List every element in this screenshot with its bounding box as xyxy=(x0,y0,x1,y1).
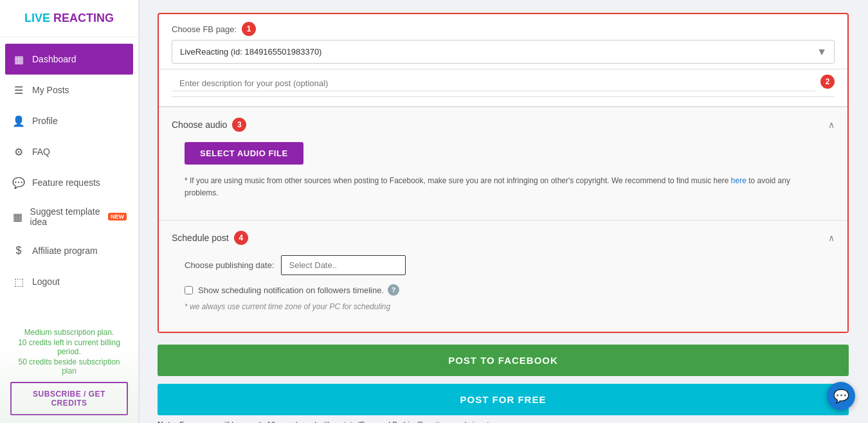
audio-body: SELECT AUDIO FILE * If you are using mus… xyxy=(172,132,835,210)
badge-1: 1 xyxy=(242,22,256,36)
post-to-facebook-button[interactable]: POST TO FACEBOOK xyxy=(158,345,849,376)
free-game-note: Note: Free game will have only 10 rounds… xyxy=(158,420,849,423)
checkbox-label: Show scheduling notification on follower… xyxy=(198,285,384,295)
sidebar-item-label: Logout xyxy=(32,276,60,287)
sidebar-footer: Medium subscription plan. 10 credits lef… xyxy=(0,320,138,423)
affiliate-icon: $ xyxy=(12,244,26,258)
sidebar-item-my-posts[interactable]: ☰ My Posts xyxy=(0,75,138,105)
select-audio-button[interactable]: SELECT AUDIO FILE xyxy=(185,142,303,165)
audio-collapse-icon[interactable]: ∧ xyxy=(828,120,835,130)
sidebar-item-label: Profile xyxy=(32,116,58,126)
fb-page-section: Choose FB page: 1 LiveReacting (id: 1849… xyxy=(159,14,847,69)
sidebar-item-profile[interactable]: 👤 Profile xyxy=(0,105,138,136)
plan-label: Medium subscription plan. xyxy=(10,328,128,337)
schedule-timezone-note: * we always use current time zone of you… xyxy=(185,302,822,311)
description-label-row: 2 xyxy=(172,72,835,97)
posts-icon: ☰ xyxy=(12,83,26,97)
audio-note: * If you are using music from other sour… xyxy=(185,175,822,199)
credits-left: 10 credits left in current billing perio… xyxy=(10,338,128,356)
sidebar-item-label: My Posts xyxy=(32,85,69,95)
subscribe-button[interactable]: SUBSCRIBE / GET CREDITS xyxy=(10,382,128,415)
audio-section: Choose audio 3 ∧ SELECT AUDIO FILE * If … xyxy=(159,107,847,221)
suggest-icon: ▦ xyxy=(12,210,24,224)
sidebar-item-dashboard[interactable]: ▦ Dashboard xyxy=(5,44,133,75)
fb-page-select-wrapper: LiveReacting (id: 1849165501983370) ▼ xyxy=(172,40,835,64)
sidebar-item-label: Feature requests xyxy=(32,177,100,188)
sidebar-item-label: FAQ xyxy=(32,147,50,157)
chat-icon[interactable]: 💬 xyxy=(827,382,855,410)
publishing-date-row: Choose publishing date: xyxy=(185,255,822,275)
description-section: 2 xyxy=(159,69,847,107)
logo-reacting: REACTING xyxy=(50,12,114,24)
fb-page-label: Choose FB page: 1 xyxy=(172,22,835,36)
schedule-body: Choose publishing date: Show scheduling … xyxy=(172,245,835,321)
sidebar-item-feature-requests[interactable]: 💬 Feature requests xyxy=(0,167,138,198)
post-config-card: Choose FB page: 1 LiveReacting (id: 1849… xyxy=(158,13,849,333)
fb-page-select[interactable]: LiveReacting (id: 1849165501983370) xyxy=(172,40,835,64)
feature-icon: 💬 xyxy=(12,176,26,190)
schedule-title: Schedule post xyxy=(172,233,229,243)
sidebar-item-logout[interactable]: ⬚ Logout xyxy=(0,266,138,297)
scheduling-checkbox[interactable] xyxy=(185,286,193,294)
schedule-title-row: Schedule post 4 xyxy=(172,231,248,245)
profile-icon: 👤 xyxy=(12,114,26,128)
help-icon[interactable]: ? xyxy=(388,284,399,296)
logout-icon: ⬚ xyxy=(12,274,26,289)
main-content: Choose FB page: 1 LiveReacting (id: 1849… xyxy=(138,0,868,423)
sidebar-item-affiliate[interactable]: $ Affiliate program xyxy=(0,235,138,266)
sidebar-nav: ▦ Dashboard ☰ My Posts 👤 Profile ⚙ FAQ 💬… xyxy=(0,37,138,320)
schedule-section: Schedule post 4 ∧ Choose publishing date… xyxy=(159,221,847,332)
schedule-collapse-icon[interactable]: ∧ xyxy=(828,233,835,243)
credits-beside: 50 credits beside subscription plan xyxy=(10,357,128,375)
description-input[interactable] xyxy=(172,72,815,91)
logo-live: LIVE xyxy=(24,12,50,24)
post-for-free-button[interactable]: POST FOR FREE xyxy=(158,384,849,415)
audio-section-header[interactable]: Choose audio 3 ∧ xyxy=(172,118,835,132)
badge-4: 4 xyxy=(234,231,248,245)
schedule-section-header[interactable]: Schedule post 4 ∧ xyxy=(172,231,835,245)
sidebar-item-label: Dashboard xyxy=(32,54,77,64)
scheduling-notification-row: Show scheduling notification on follower… xyxy=(185,284,822,296)
faq-icon: ⚙ xyxy=(12,145,26,159)
sidebar-item-label: Suggest template idea xyxy=(30,206,105,227)
sidebar-item-faq[interactable]: ⚙ FAQ xyxy=(0,136,138,167)
app-logo: LIVE REACTING xyxy=(0,0,138,37)
publishing-label: Choose publishing date: xyxy=(185,260,275,270)
badge-2: 2 xyxy=(820,75,835,89)
new-badge: NEW xyxy=(108,213,127,221)
sidebar: LIVE REACTING ▦ Dashboard ☰ My Posts 👤 P… xyxy=(0,0,138,423)
badge-3: 3 xyxy=(232,118,246,132)
audio-title: Choose audio xyxy=(172,120,227,130)
date-input[interactable] xyxy=(281,255,406,275)
sidebar-item-suggest-template[interactable]: ▦ Suggest template idea NEW xyxy=(0,198,138,235)
chat-bubble-icon: 💬 xyxy=(833,388,849,404)
dashboard-icon: ▦ xyxy=(12,52,26,66)
sidebar-item-label: Affiliate program xyxy=(32,246,98,256)
audio-title-row: Choose audio 3 xyxy=(172,118,246,132)
audio-link[interactable]: here xyxy=(731,176,746,185)
